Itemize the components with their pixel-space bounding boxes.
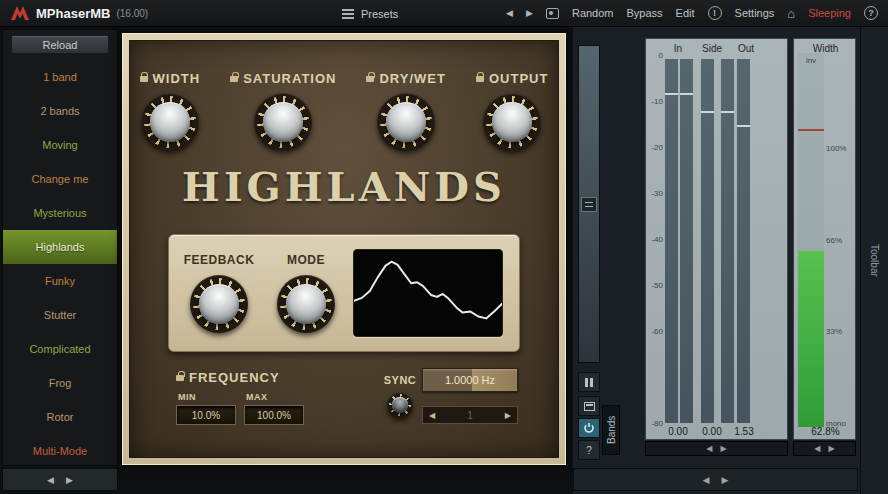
band-editor-panel: WIDTH SATURATION DRY/WET OUTPUT HIGHLAND… xyxy=(121,32,567,466)
preset-image-icon[interactable] xyxy=(546,8,559,19)
scroll-left-icon[interactable]: ◀ xyxy=(814,444,820,453)
pause-icon xyxy=(585,378,593,387)
feedback-knob-group: FEEDBACK xyxy=(179,253,259,333)
meter-help-button[interactable]: ? xyxy=(578,440,600,460)
preset-item-funky[interactable]: Funky xyxy=(3,264,117,298)
power-icon xyxy=(583,422,595,434)
shape-display[interactable] xyxy=(353,249,503,337)
peak-marker xyxy=(721,111,734,113)
home-icon[interactable]: ⌂ xyxy=(787,6,795,21)
preset-item-moving[interactable]: Moving xyxy=(3,128,117,162)
info-icon[interactable]: ! xyxy=(708,6,722,20)
peak-marker xyxy=(665,93,678,95)
feedback-knob[interactable] xyxy=(190,275,248,333)
preset-list: 1 band2 bandsMovingChange meMysteriousHi… xyxy=(3,60,117,468)
pager-right-icon[interactable]: ▶ xyxy=(66,475,73,485)
in-right-meter xyxy=(680,59,693,423)
width-scale-label: inv xyxy=(798,56,824,65)
width-scale-label: 33% xyxy=(826,328,855,336)
bands-tab[interactable]: Bands xyxy=(602,405,620,455)
saturation-knob[interactable] xyxy=(254,93,312,151)
bypass-button[interactable]: Bypass xyxy=(627,7,663,19)
preset-item-change-me[interactable]: Change me xyxy=(3,162,117,196)
lock-icon[interactable] xyxy=(176,375,184,381)
melda-logo-icon xyxy=(10,5,30,21)
output-knob[interactable] xyxy=(483,93,541,151)
popup-window-button[interactable] xyxy=(578,396,600,416)
min-label: MIN xyxy=(178,392,236,402)
width-meter: Width inv 100% 66% 33% mono 62.8% xyxy=(793,38,856,440)
pause-button[interactable] xyxy=(578,372,600,392)
display-mode-icon[interactable] xyxy=(581,197,597,212)
brand[interactable]: MPhaserMB (16.00) xyxy=(10,5,148,21)
stepper-right-icon[interactable]: ▶ xyxy=(505,411,511,420)
lock-icon[interactable] xyxy=(366,76,374,82)
scroll-left-icon[interactable]: ◀ xyxy=(706,444,712,453)
sync-knob[interactable] xyxy=(387,392,413,418)
meter-scrollbar[interactable]: ◀ ▶ xyxy=(645,441,788,456)
preset-item-complicated[interactable]: Complicated xyxy=(3,332,117,366)
scale-label: -50 xyxy=(646,282,663,290)
feedback-knob-label: FEEDBACK xyxy=(184,253,255,267)
previous-preset-button[interactable]: ◀ xyxy=(506,8,513,18)
preset-item-stutter[interactable]: Stutter xyxy=(3,298,117,332)
panel-pager[interactable]: ◀ ▶ xyxy=(573,468,858,491)
preset-item-highlands[interactable]: Highlands xyxy=(3,230,117,264)
scroll-right-icon[interactable]: ▶ xyxy=(721,444,727,453)
stepper-value: 1 xyxy=(435,410,505,421)
window-icon xyxy=(584,402,595,411)
drywet-knob[interactable] xyxy=(377,93,435,151)
band-editor-inner: WIDTH SATURATION DRY/WET OUTPUT HIGHLAND… xyxy=(129,40,559,458)
in-header: In xyxy=(660,43,696,54)
edit-button[interactable]: Edit xyxy=(676,7,695,19)
mode-knob[interactable] xyxy=(277,275,335,333)
out-header: Out xyxy=(728,43,764,54)
frequency-label: FREQUENCY xyxy=(189,370,280,385)
drywet-knob-label: DRY/WET xyxy=(379,71,445,86)
side-header: Side xyxy=(694,43,730,54)
lock-icon[interactable] xyxy=(230,76,238,82)
settings-button[interactable]: Settings xyxy=(735,7,775,19)
toolbar-tab[interactable]: Toolbar xyxy=(860,27,888,494)
preset-item-frog[interactable]: Frog xyxy=(3,366,117,400)
max-label: MAX xyxy=(246,392,304,402)
random-button[interactable]: Random xyxy=(572,7,614,19)
scroll-right-icon[interactable]: ▶ xyxy=(829,444,835,453)
frequency-min-value[interactable]: 10.0% xyxy=(176,405,236,425)
next-preset-button[interactable]: ▶ xyxy=(526,8,533,18)
pager-right-icon[interactable]: ▶ xyxy=(722,475,729,485)
meter-panel: ? Bands In Side Out 0 -10 -20 -30 -40 -5… xyxy=(573,27,860,494)
lock-icon[interactable] xyxy=(476,76,484,82)
width-knob[interactable] xyxy=(141,93,199,151)
lock-icon[interactable] xyxy=(140,76,148,82)
plugin-window: MPhaserMB (16.00) Presets ◀ ▶ Random Byp… xyxy=(0,0,888,494)
level-meters: In Side Out 0 -10 -20 -30 -40 -50 -60 -8… xyxy=(645,38,788,440)
feedback-mode-panel: FEEDBACK MODE xyxy=(168,234,520,352)
frequency-value-box[interactable]: 1.0000 Hz xyxy=(422,368,518,392)
pager-left-icon[interactable]: ◀ xyxy=(47,475,54,485)
width-scrollbar[interactable]: ◀ ▶ xyxy=(793,441,856,456)
pager-left-icon[interactable]: ◀ xyxy=(703,475,710,485)
power-button[interactable] xyxy=(578,418,600,438)
presets-button[interactable]: Presets xyxy=(342,0,398,27)
preset-item-1-band[interactable]: 1 band xyxy=(3,60,117,94)
scale-label: -10 xyxy=(646,98,663,106)
frequency-stepper[interactable]: ◀ 1 ▶ xyxy=(422,406,518,424)
sidebar-pager[interactable]: ◀ ▶ xyxy=(2,468,118,491)
saturation-knob-group: SATURATION xyxy=(230,71,336,151)
frequency-max-value[interactable]: 100.0% xyxy=(244,405,304,425)
width-scale-label: 100% xyxy=(826,145,855,153)
out-right-meter xyxy=(737,59,750,423)
preset-item-2-bands[interactable]: 2 bands xyxy=(3,94,117,128)
out-readout: 1.53 xyxy=(724,426,764,437)
width-meter-bar xyxy=(798,53,824,427)
scale-label: 0 xyxy=(646,52,663,60)
preset-item-mysterious[interactable]: Mysterious xyxy=(3,196,117,230)
preset-item-rotor[interactable]: Rotor xyxy=(3,400,117,434)
help-icon[interactable]: ? xyxy=(864,6,878,20)
width-scale-label: 66% xyxy=(826,237,855,245)
frequency-min-group: MIN 10.0% xyxy=(176,392,236,425)
sleeping-status[interactable]: Sleeping xyxy=(808,7,851,19)
reload-button[interactable]: Reload xyxy=(11,35,109,54)
preset-item-multi-mode[interactable]: Multi-Mode xyxy=(3,434,117,468)
